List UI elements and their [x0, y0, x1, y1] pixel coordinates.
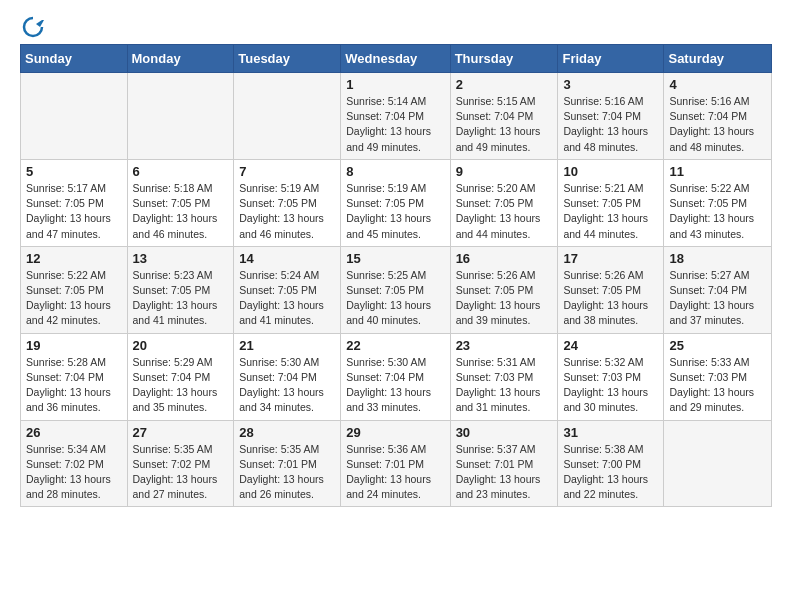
- calendar-cell: 29Sunrise: 5:36 AM Sunset: 7:01 PM Dayli…: [341, 420, 450, 507]
- day-info: Sunrise: 5:19 AM Sunset: 7:05 PM Dayligh…: [346, 181, 444, 242]
- calendar-week-row: 5Sunrise: 5:17 AM Sunset: 7:05 PM Daylig…: [21, 159, 772, 246]
- calendar-cell: 12Sunrise: 5:22 AM Sunset: 7:05 PM Dayli…: [21, 246, 128, 333]
- day-info: Sunrise: 5:23 AM Sunset: 7:05 PM Dayligh…: [133, 268, 229, 329]
- day-number: 21: [239, 338, 335, 353]
- day-number: 28: [239, 425, 335, 440]
- weekday-header-friday: Friday: [558, 45, 664, 73]
- day-number: 19: [26, 338, 122, 353]
- day-info: Sunrise: 5:35 AM Sunset: 7:02 PM Dayligh…: [133, 442, 229, 503]
- calendar-cell: 4Sunrise: 5:16 AM Sunset: 7:04 PM Daylig…: [664, 73, 772, 160]
- calendar-cell: 28Sunrise: 5:35 AM Sunset: 7:01 PM Dayli…: [234, 420, 341, 507]
- day-number: 4: [669, 77, 766, 92]
- day-info: Sunrise: 5:32 AM Sunset: 7:03 PM Dayligh…: [563, 355, 658, 416]
- calendar-cell: 25Sunrise: 5:33 AM Sunset: 7:03 PM Dayli…: [664, 333, 772, 420]
- calendar-cell: 26Sunrise: 5:34 AM Sunset: 7:02 PM Dayli…: [21, 420, 128, 507]
- day-info: Sunrise: 5:28 AM Sunset: 7:04 PM Dayligh…: [26, 355, 122, 416]
- day-number: 13: [133, 251, 229, 266]
- day-info: Sunrise: 5:27 AM Sunset: 7:04 PM Dayligh…: [669, 268, 766, 329]
- calendar-cell: 5Sunrise: 5:17 AM Sunset: 7:05 PM Daylig…: [21, 159, 128, 246]
- day-info: Sunrise: 5:36 AM Sunset: 7:01 PM Dayligh…: [346, 442, 444, 503]
- calendar-cell: 8Sunrise: 5:19 AM Sunset: 7:05 PM Daylig…: [341, 159, 450, 246]
- day-number: 29: [346, 425, 444, 440]
- day-info: Sunrise: 5:38 AM Sunset: 7:00 PM Dayligh…: [563, 442, 658, 503]
- day-info: Sunrise: 5:33 AM Sunset: 7:03 PM Dayligh…: [669, 355, 766, 416]
- day-info: Sunrise: 5:24 AM Sunset: 7:05 PM Dayligh…: [239, 268, 335, 329]
- calendar-cell: 22Sunrise: 5:30 AM Sunset: 7:04 PM Dayli…: [341, 333, 450, 420]
- weekday-header-monday: Monday: [127, 45, 234, 73]
- day-info: Sunrise: 5:26 AM Sunset: 7:05 PM Dayligh…: [563, 268, 658, 329]
- day-info: Sunrise: 5:20 AM Sunset: 7:05 PM Dayligh…: [456, 181, 553, 242]
- weekday-header-saturday: Saturday: [664, 45, 772, 73]
- day-info: Sunrise: 5:25 AM Sunset: 7:05 PM Dayligh…: [346, 268, 444, 329]
- logo: [20, 16, 44, 38]
- calendar-cell: 31Sunrise: 5:38 AM Sunset: 7:00 PM Dayli…: [558, 420, 664, 507]
- calendar-cell: 10Sunrise: 5:21 AM Sunset: 7:05 PM Dayli…: [558, 159, 664, 246]
- day-number: 27: [133, 425, 229, 440]
- calendar-cell: 20Sunrise: 5:29 AM Sunset: 7:04 PM Dayli…: [127, 333, 234, 420]
- day-number: 6: [133, 164, 229, 179]
- calendar-cell: 11Sunrise: 5:22 AM Sunset: 7:05 PM Dayli…: [664, 159, 772, 246]
- weekday-header-thursday: Thursday: [450, 45, 558, 73]
- day-number: 5: [26, 164, 122, 179]
- day-info: Sunrise: 5:18 AM Sunset: 7:05 PM Dayligh…: [133, 181, 229, 242]
- day-number: 20: [133, 338, 229, 353]
- day-info: Sunrise: 5:35 AM Sunset: 7:01 PM Dayligh…: [239, 442, 335, 503]
- calendar-cell: 17Sunrise: 5:26 AM Sunset: 7:05 PM Dayli…: [558, 246, 664, 333]
- weekday-header-row: SundayMondayTuesdayWednesdayThursdayFrid…: [21, 45, 772, 73]
- calendar-cell: 15Sunrise: 5:25 AM Sunset: 7:05 PM Dayli…: [341, 246, 450, 333]
- day-info: Sunrise: 5:16 AM Sunset: 7:04 PM Dayligh…: [669, 94, 766, 155]
- day-number: 25: [669, 338, 766, 353]
- day-number: 23: [456, 338, 553, 353]
- day-info: Sunrise: 5:37 AM Sunset: 7:01 PM Dayligh…: [456, 442, 553, 503]
- day-number: 12: [26, 251, 122, 266]
- day-number: 1: [346, 77, 444, 92]
- calendar-cell: 13Sunrise: 5:23 AM Sunset: 7:05 PM Dayli…: [127, 246, 234, 333]
- day-info: Sunrise: 5:22 AM Sunset: 7:05 PM Dayligh…: [669, 181, 766, 242]
- logo-icon: [22, 16, 44, 38]
- day-number: 14: [239, 251, 335, 266]
- calendar-cell: [21, 73, 128, 160]
- calendar-cell: [127, 73, 234, 160]
- day-info: Sunrise: 5:30 AM Sunset: 7:04 PM Dayligh…: [346, 355, 444, 416]
- day-number: 30: [456, 425, 553, 440]
- weekday-header-wednesday: Wednesday: [341, 45, 450, 73]
- day-number: 17: [563, 251, 658, 266]
- calendar-cell: 9Sunrise: 5:20 AM Sunset: 7:05 PM Daylig…: [450, 159, 558, 246]
- day-number: 8: [346, 164, 444, 179]
- calendar-cell: 1Sunrise: 5:14 AM Sunset: 7:04 PM Daylig…: [341, 73, 450, 160]
- day-number: 15: [346, 251, 444, 266]
- day-info: Sunrise: 5:30 AM Sunset: 7:04 PM Dayligh…: [239, 355, 335, 416]
- day-info: Sunrise: 5:29 AM Sunset: 7:04 PM Dayligh…: [133, 355, 229, 416]
- calendar-week-row: 12Sunrise: 5:22 AM Sunset: 7:05 PM Dayli…: [21, 246, 772, 333]
- day-info: Sunrise: 5:17 AM Sunset: 7:05 PM Dayligh…: [26, 181, 122, 242]
- calendar-cell: 27Sunrise: 5:35 AM Sunset: 7:02 PM Dayli…: [127, 420, 234, 507]
- calendar-cell: 2Sunrise: 5:15 AM Sunset: 7:04 PM Daylig…: [450, 73, 558, 160]
- calendar-cell: [234, 73, 341, 160]
- calendar-week-row: 1Sunrise: 5:14 AM Sunset: 7:04 PM Daylig…: [21, 73, 772, 160]
- day-number: 2: [456, 77, 553, 92]
- calendar-cell: 16Sunrise: 5:26 AM Sunset: 7:05 PM Dayli…: [450, 246, 558, 333]
- weekday-header-tuesday: Tuesday: [234, 45, 341, 73]
- calendar-cell: 7Sunrise: 5:19 AM Sunset: 7:05 PM Daylig…: [234, 159, 341, 246]
- calendar-table: SundayMondayTuesdayWednesdayThursdayFrid…: [20, 44, 772, 507]
- calendar-week-row: 26Sunrise: 5:34 AM Sunset: 7:02 PM Dayli…: [21, 420, 772, 507]
- day-number: 31: [563, 425, 658, 440]
- calendar-cell: [664, 420, 772, 507]
- day-number: 16: [456, 251, 553, 266]
- day-number: 11: [669, 164, 766, 179]
- day-info: Sunrise: 5:21 AM Sunset: 7:05 PM Dayligh…: [563, 181, 658, 242]
- day-info: Sunrise: 5:14 AM Sunset: 7:04 PM Dayligh…: [346, 94, 444, 155]
- calendar-cell: 18Sunrise: 5:27 AM Sunset: 7:04 PM Dayli…: [664, 246, 772, 333]
- weekday-header-sunday: Sunday: [21, 45, 128, 73]
- day-number: 26: [26, 425, 122, 440]
- calendar-cell: 14Sunrise: 5:24 AM Sunset: 7:05 PM Dayli…: [234, 246, 341, 333]
- calendar-cell: 6Sunrise: 5:18 AM Sunset: 7:05 PM Daylig…: [127, 159, 234, 246]
- day-info: Sunrise: 5:19 AM Sunset: 7:05 PM Dayligh…: [239, 181, 335, 242]
- calendar-cell: 3Sunrise: 5:16 AM Sunset: 7:04 PM Daylig…: [558, 73, 664, 160]
- day-number: 22: [346, 338, 444, 353]
- calendar-cell: 24Sunrise: 5:32 AM Sunset: 7:03 PM Dayli…: [558, 333, 664, 420]
- page-container: SundayMondayTuesdayWednesdayThursdayFrid…: [0, 0, 792, 517]
- day-info: Sunrise: 5:16 AM Sunset: 7:04 PM Dayligh…: [563, 94, 658, 155]
- svg-marker-0: [36, 20, 44, 27]
- calendar-cell: 19Sunrise: 5:28 AM Sunset: 7:04 PM Dayli…: [21, 333, 128, 420]
